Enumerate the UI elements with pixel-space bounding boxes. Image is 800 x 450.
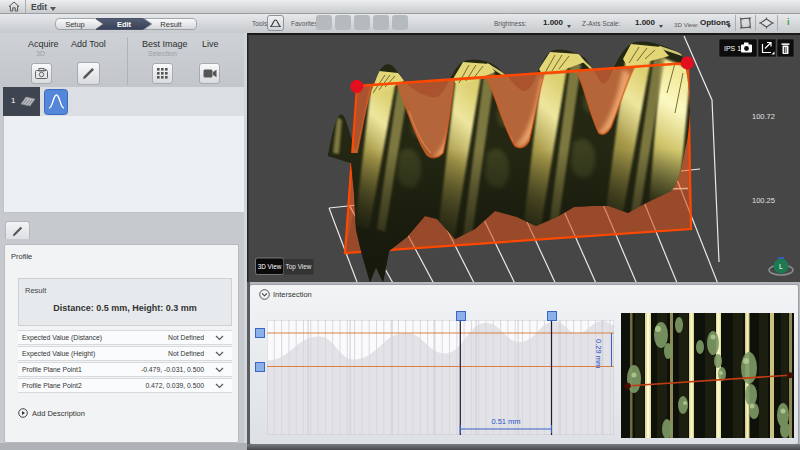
svg-text:0.51 mm: 0.51 mm bbox=[491, 417, 520, 426]
svg-text:0.29 mm: 0.29 mm bbox=[594, 339, 603, 368]
svg-text:3D View: 3D View bbox=[258, 263, 282, 270]
svg-text:Setup: Setup bbox=[65, 20, 85, 29]
svg-text:IPS 1: IPS 1 bbox=[724, 45, 741, 52]
svg-text:100.72: 100.72 bbox=[752, 112, 775, 121]
svg-text:Top View: Top View bbox=[286, 263, 312, 271]
svg-text:Result: Result bbox=[160, 20, 182, 29]
svg-text:Edit: Edit bbox=[117, 20, 132, 29]
svg-text:100.25: 100.25 bbox=[752, 196, 775, 205]
svg-text:L: L bbox=[779, 263, 783, 270]
